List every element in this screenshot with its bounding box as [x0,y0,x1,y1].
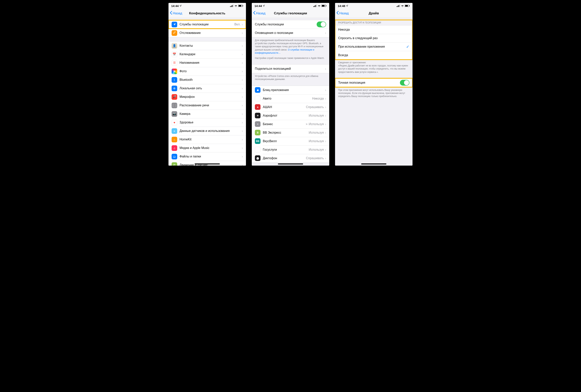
location-arrow-icon [346,4,348,8]
app-icon: г [255,147,260,152]
cell-label: Точная геопозиция [338,81,400,84]
back-label: Назад [256,12,266,15]
svg-rect-7 [313,6,314,7]
row-распознавание-речи[interactable]: ⋮⋮Распознавание речи› [168,101,246,110]
chevron-right-icon: › [325,122,326,126]
wifi-icon [234,4,238,8]
app-icon: ⬤ [255,155,260,161]
svg-rect-6 [243,5,243,6]
cell-label: Службы геолокации [180,23,234,26]
row-app-8[interactable]: ⬤ДиктофонСпрашивать› [252,154,329,162]
row-камера[interactable]: 📷Камера› [168,110,246,118]
chevron-right-icon: › [242,86,243,90]
row-напоминания[interactable]: ☰Напоминания› [168,58,246,67]
row-app-5[interactable]: BВВ ЭкспрессИспользуя› [252,128,329,137]
row-app-1[interactable]: ⋮⋮АвитоНикогда› [252,94,329,103]
svg-rect-9 [315,5,316,7]
row-движение-и-фитнес[interactable]: ⟳Движение и фитнес› [168,161,246,166]
chevron-right-icon: › [242,129,243,133]
back-label: Назад [173,12,182,15]
cell-value: ➤Используя [306,122,324,126]
app-icon: ♫ [172,145,177,151]
switch-location[interactable] [317,22,326,27]
back-label: Назад [339,12,349,15]
home-indicator[interactable] [361,164,386,164]
row-микрофон[interactable]: 🎤Микрофон› [168,92,246,101]
battery-icon [322,4,326,8]
row-app-0[interactable]: ◉Блиц-приложения› [252,86,329,94]
cell-label: АШАН [263,105,306,109]
row-bluetooth[interactable]: ᛒBluetooth› [168,76,246,84]
signal-icon [397,4,400,8]
group-footer: Настройки служб геолокации также применя… [252,55,329,60]
row-location-services[interactable]: Службы геолокации Вкл. › [168,20,246,29]
option-0[interactable]: Никогда [335,25,412,34]
location-arrow-icon [179,4,182,8]
chevron-right-icon: › [242,138,243,141]
battery-icon [238,4,243,8]
svg-rect-1 [231,6,232,7]
svg-rect-2 [232,5,232,7]
home-indicator[interactable] [195,164,220,164]
row-precise-location[interactable]: Точная геопозиция [335,78,412,87]
chevron-right-icon: › [325,97,326,100]
row-локальная-сеть[interactable]: ⊕Локальная сеть› [168,84,246,92]
screen-privacy: 14:44 Назад Конфиденциальность [168,3,246,166]
status-bar: 14:48 [335,3,412,9]
row-location-alerts[interactable]: Оповещения о геопозиции › [252,29,329,37]
status-time: 14:44 [171,4,178,8]
cell-label: Микрофон [180,95,242,98]
svg-rect-3 [233,5,234,7]
cell-label: HomeKit [180,138,242,141]
nav-title: Конфиденциальность [189,12,225,15]
row-tracking[interactable]: Отслеживание › [168,29,246,37]
row-app-2[interactable]: аАШАНСпрашивать› [252,103,329,111]
chevron-left-icon [170,11,172,16]
location-icon [172,22,177,27]
cell-label: Файлы и папки [180,155,242,158]
row-app-4[interactable]: ≡Бизнес➤Используя› [252,120,329,128]
cell-label: Bluetooth [180,78,242,82]
row-app-7[interactable]: гГосуслугиИспользуя› [252,146,329,154]
option-3[interactable]: Всегда [335,51,412,60]
row-контакты[interactable]: 👤Контакты› [168,42,246,50]
row-данные-датчиков-и-использования[interactable]: ≡Данные датчиков и использования› [168,127,246,135]
cell-value: Никогда [312,97,324,100]
row-app-6[interactable]: BBВкусВиллИспользуя› [252,137,329,146]
row-share-location[interactable]: Поделиться геопозицией › [252,64,329,73]
chevron-right-icon: › [242,70,243,73]
option-2[interactable]: При использовании приложения✓ [335,42,412,51]
row-homekit[interactable]: ⌂HomeKit› [168,135,246,144]
cell-label: Локальная сеть [180,86,242,90]
chevron-right-icon: › [242,23,243,26]
row-здоровье[interactable]: ♥Здоровье› [168,118,246,127]
app-icon: B [255,130,260,136]
back-button[interactable]: Назад [335,11,349,16]
back-button[interactable]: Назад [252,11,266,16]
app-icon: ⊕ [172,86,177,91]
app-icon: ≡ [172,128,177,134]
row-файлы-и-папки[interactable]: 🗂Файлы и папки› [168,152,246,161]
row-location-toggle[interactable]: Службы геолокации [252,20,329,29]
cell-label: Данные датчиков и использования [180,129,242,133]
row-календари[interactable]: 📅Календари› [168,50,246,58]
row-фото[interactable]: ❀Фото› [168,67,246,76]
chevron-right-icon: › [325,131,326,134]
group-header: Разрешать доступ к геопозиции [335,20,412,25]
cell-label: Медиа и Apple Music [180,146,242,150]
row-медиа-и-apple-music[interactable]: ♫Медиа и Apple Music› [168,144,246,152]
group-footer: Сведения от приложения: «Яндекс.Драйв ра… [335,60,412,74]
row-app-3[interactable]: ✈АэрофлотИспользуя› [252,111,329,120]
back-button[interactable]: Назад [168,11,182,16]
status-time: 14:48 [338,4,345,8]
screen-app-permission: 14:48 Назад Драйв Разрешать [335,3,412,166]
cell-label: Распознавание речи [180,104,242,107]
group-footer: Для определения приблизительной геопозиц… [252,38,329,55]
option-1[interactable]: Спросить в следующий раз [335,34,412,42]
wifi-icon [401,4,404,8]
chevron-right-icon: › [325,105,326,109]
cell-label: Авито [263,97,312,100]
chevron-right-icon: › [242,52,243,56]
home-indicator[interactable] [278,164,303,164]
switch-precise[interactable] [400,80,410,86]
